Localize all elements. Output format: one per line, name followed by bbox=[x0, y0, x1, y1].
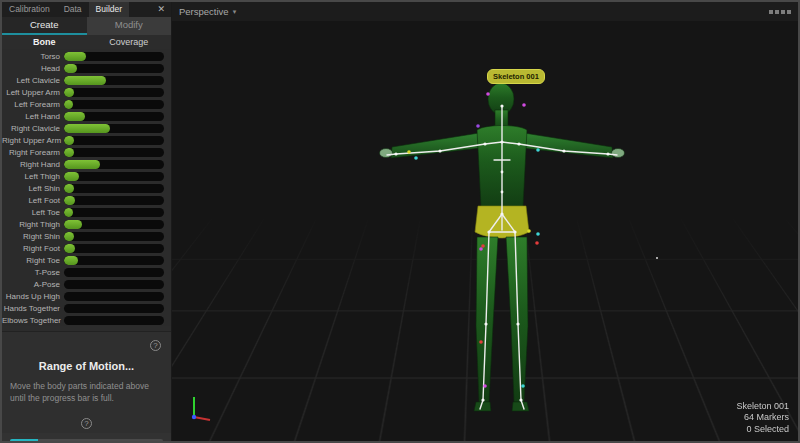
axis-x-red bbox=[194, 417, 210, 420]
bone-progress-track bbox=[64, 76, 164, 85]
panel-tab-bar: Calibration Data Builder ✕ bbox=[2, 2, 171, 17]
figure-left-arm bbox=[391, 133, 481, 158]
bone-label: Left Shin bbox=[2, 184, 64, 193]
bone-progress-fill bbox=[64, 220, 82, 229]
bone-label: Right Thigh bbox=[2, 220, 64, 229]
bone-row: Left Thigh bbox=[2, 170, 171, 182]
view-selector-label: Perspective bbox=[179, 6, 229, 17]
close-icon[interactable]: ✕ bbox=[151, 2, 171, 17]
skeleton-name-badge[interactable]: Skeleton 001 bbox=[487, 69, 545, 84]
tab-builder[interactable]: Builder bbox=[89, 2, 129, 17]
calc-progress-fill bbox=[10, 439, 38, 443]
bone-label: Torso bbox=[2, 52, 64, 61]
bone-progress-track bbox=[64, 196, 164, 205]
bone-progress-track bbox=[64, 316, 164, 325]
mode-tab-bar: Create Modify bbox=[2, 17, 171, 35]
bone-label: Right Shin bbox=[2, 232, 64, 241]
stray-marker-dot bbox=[656, 257, 658, 259]
figure-left-hand bbox=[380, 149, 393, 158]
builder-panel: Calibration Data Builder ✕ Create Modify… bbox=[2, 2, 172, 441]
bone-progress-track bbox=[64, 292, 164, 301]
bone-progress-track bbox=[64, 304, 164, 313]
rom-title: Range of Motion... bbox=[10, 360, 163, 372]
tab-create[interactable]: Create bbox=[2, 17, 87, 35]
axis-z-blue bbox=[192, 415, 196, 419]
figure-right-leg bbox=[506, 237, 528, 402]
axis-gizmo bbox=[185, 393, 215, 425]
tab-bone[interactable]: Bone bbox=[2, 35, 87, 49]
bone-row: Left Clavicle bbox=[2, 74, 171, 86]
bone-label: Right Upper Arm bbox=[2, 136, 64, 145]
bone-progress-track bbox=[64, 100, 164, 109]
viewport-3d[interactable]: Perspective ▾ bbox=[172, 2, 798, 441]
bone-row: A-Pose bbox=[2, 278, 171, 290]
bone-label: Left Upper Arm bbox=[2, 88, 64, 97]
view-selector[interactable]: Perspective ▾ bbox=[179, 6, 236, 17]
bone-label: A-Pose bbox=[2, 280, 64, 289]
bone-progress-fill bbox=[64, 136, 74, 145]
bone-row: Right Clavicle bbox=[2, 122, 171, 134]
bone-progress-track bbox=[64, 184, 164, 193]
bone-progress-track bbox=[64, 172, 164, 181]
bone-label: Left Foot bbox=[2, 196, 64, 205]
bone-progress-fill bbox=[64, 112, 85, 121]
bone-progress-track bbox=[64, 232, 164, 241]
bone-progress-fill bbox=[64, 64, 77, 73]
tab-modify[interactable]: Modify bbox=[87, 17, 172, 35]
bone-row: Left Upper Arm bbox=[2, 86, 171, 98]
bone-label: Left Hand bbox=[2, 112, 64, 121]
bone-row: T-Pose bbox=[2, 266, 171, 278]
tab-calibration[interactable]: Calibration bbox=[2, 2, 57, 17]
bone-progress-fill bbox=[64, 196, 75, 205]
figure-right-arm bbox=[522, 133, 613, 158]
bone-label: Hands Together bbox=[2, 304, 64, 313]
bone-progress-track bbox=[64, 136, 164, 145]
help-icon[interactable]: ? bbox=[81, 418, 92, 429]
bone-progress-track bbox=[64, 268, 164, 277]
bone-row: Right Shin bbox=[2, 230, 171, 242]
status-selected-count: 0 Selected bbox=[736, 424, 789, 436]
range-of-motion-section: ? Range of Motion... Move the body parts… bbox=[2, 331, 171, 433]
bone-row: Head bbox=[2, 62, 171, 74]
bone-row: Right Forearm bbox=[2, 146, 171, 158]
bone-progress-track bbox=[64, 52, 164, 61]
help-icon[interactable]: ? bbox=[150, 340, 161, 351]
viewport-status: Skeleton 001 64 Markers 0 Selected bbox=[736, 401, 789, 436]
status-marker-count: 64 Markers bbox=[736, 412, 789, 424]
bone-row: Left Hand bbox=[2, 110, 171, 122]
bone-row: Right Thigh bbox=[2, 218, 171, 230]
marquee-icon[interactable] bbox=[787, 10, 791, 14]
tab-coverage[interactable]: Coverage bbox=[87, 35, 172, 49]
bone-progress-track bbox=[64, 256, 164, 265]
bone-progress-fill bbox=[64, 244, 75, 253]
bone-row: Right Hand bbox=[2, 158, 171, 170]
bone-row: Left Shin bbox=[2, 182, 171, 194]
bone-label: Elbows Together bbox=[2, 316, 64, 325]
bone-progress-fill bbox=[64, 76, 106, 85]
sub-tab-bar: Bone Coverage bbox=[2, 35, 171, 49]
bone-progress-track bbox=[64, 244, 164, 253]
bone-progress-fill bbox=[64, 100, 73, 109]
bone-label: Left Thigh bbox=[2, 172, 64, 181]
bone-label: Head bbox=[2, 64, 64, 73]
eye-icon[interactable] bbox=[781, 10, 785, 14]
bone-row: Left Foot bbox=[2, 194, 171, 206]
bone-progress-fill bbox=[64, 52, 86, 61]
bone-label: Left Toe bbox=[2, 208, 64, 217]
bone-progress-fill bbox=[64, 160, 100, 169]
bone-progress-fill bbox=[64, 232, 74, 241]
bone-row: Left Forearm bbox=[2, 98, 171, 110]
skeleton-figure[interactable] bbox=[172, 2, 798, 441]
bone-label: Left Forearm bbox=[2, 100, 64, 109]
bone-row: Left Toe bbox=[2, 206, 171, 218]
bone-progress-track bbox=[64, 112, 164, 121]
figure-right-hand bbox=[612, 149, 625, 158]
rom-instructions: Move the body parts indicated above unti… bbox=[10, 381, 163, 404]
bone-progress-fill bbox=[64, 172, 79, 181]
bone-progress-fill bbox=[64, 88, 74, 97]
tab-data[interactable]: Data bbox=[57, 2, 89, 17]
chevron-down-icon: ▾ bbox=[233, 8, 237, 16]
cursor-icon[interactable] bbox=[769, 10, 773, 14]
bone-row: Torso bbox=[2, 50, 171, 62]
magnifier-icon[interactable] bbox=[775, 10, 779, 14]
